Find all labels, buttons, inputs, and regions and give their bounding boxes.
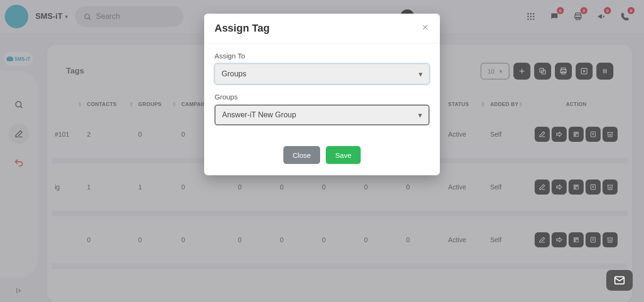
groups-value: Answer-iT New Group	[222, 111, 296, 119]
save-button[interactable]: Save	[326, 146, 361, 164]
close-button[interactable]: Close	[283, 146, 320, 164]
chevron-down-icon: ▾	[418, 111, 422, 120]
assign-to-value: Groups	[222, 70, 246, 78]
chevron-down-icon: ▾	[419, 70, 422, 79]
mail-icon	[613, 274, 626, 286]
modal-title: Assign Tag	[215, 22, 270, 34]
assign-to-select[interactable]: Groups ▾	[215, 64, 429, 84]
modal-close-button[interactable]	[421, 23, 429, 34]
assign-tag-modal: Assign Tag Assign To Groups ▾ Groups Ans…	[204, 14, 440, 175]
groups-select[interactable]: Answer-iT New Group ▾	[215, 105, 429, 125]
assign-to-label: Assign To	[215, 52, 429, 60]
modal-footer: Close Save	[204, 136, 440, 175]
modal-header: Assign Tag	[204, 14, 440, 43]
support-widget[interactable]	[606, 270, 633, 291]
close-icon	[421, 23, 429, 32]
groups-label: Groups	[215, 93, 429, 101]
